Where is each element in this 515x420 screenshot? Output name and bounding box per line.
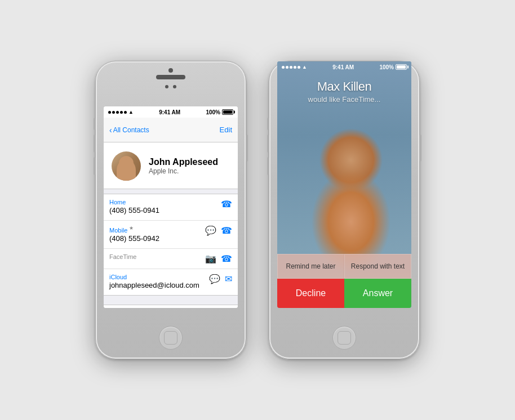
phone-icon-3[interactable]: ☎ xyxy=(221,254,232,263)
contact-info: John Appleseed Apple Inc. xyxy=(149,157,218,175)
dot-3 xyxy=(116,111,119,114)
back-button[interactable]: ‹ All Contacts xyxy=(109,126,149,135)
section-gap xyxy=(104,296,238,300)
dot-2 xyxy=(112,111,115,114)
home-button-inner xyxy=(164,331,177,345)
battery-percent: 100% xyxy=(206,109,220,115)
contact-name: John Appleseed xyxy=(149,157,218,167)
lock-status-time: 9:41 AM xyxy=(332,64,354,70)
status-right: 100% xyxy=(206,109,233,115)
caller-name: Max Killen xyxy=(283,79,406,94)
remind-later-button[interactable]: Remind me later xyxy=(277,254,344,279)
lock-signal-dots xyxy=(282,66,300,69)
lock-battery-icon xyxy=(396,64,407,70)
home-button-inner-2 xyxy=(338,331,351,345)
mute-button-2 xyxy=(267,118,269,130)
field-home-left: Home (408) 555-0941 xyxy=(109,199,221,216)
field-work: Work 1 Infinite LoopCupertino, Californi… xyxy=(104,305,238,308)
battery-icon xyxy=(222,109,233,115)
home-button[interactable] xyxy=(159,326,183,350)
contact-fields: Home (408) 555-0941 ☎ Mobile ★ (408) 555… xyxy=(104,194,238,296)
lock-dot-3 xyxy=(290,66,292,69)
contacts-nav-bar: ‹ All Contacts Edit xyxy=(104,118,238,142)
vol-up-button xyxy=(94,135,96,153)
mute-button xyxy=(94,118,96,130)
phone-icon-2[interactable]: ☎ xyxy=(221,226,232,235)
field-mobile-value[interactable]: (408) 555-0942 xyxy=(109,234,205,244)
left-buttons-2 xyxy=(267,118,269,175)
lock-dot-2 xyxy=(286,66,288,69)
back-label: All Contacts xyxy=(113,126,149,134)
lock-battery-percent: 100% xyxy=(379,64,394,70)
signal-dots xyxy=(108,111,127,114)
decline-button[interactable]: Decline xyxy=(277,279,344,308)
lock-wifi-icon: ▲ xyxy=(302,64,307,70)
left-buttons xyxy=(94,118,96,175)
lock-dot-5 xyxy=(298,66,300,69)
battery-fill xyxy=(223,110,232,114)
home-button-2[interactable] xyxy=(332,326,356,350)
field-icloud-value[interactable]: johnappleseed@icloud.com xyxy=(109,280,209,291)
field-home-value[interactable]: (408) 555-0941 xyxy=(109,205,221,216)
contact-content: John Appleseed Apple Inc. Home (408) 555… xyxy=(104,142,238,308)
camera-dot xyxy=(168,68,173,73)
sensor-2 xyxy=(173,85,176,88)
mail-icon[interactable]: ✉ xyxy=(225,275,232,284)
sensor-1 xyxy=(165,85,168,88)
field-facetime-left: FaceTime xyxy=(109,253,205,260)
iphone-facetime: ▲ 9:41 AM 100% Max Killen would like Fac… xyxy=(269,61,420,359)
call-top-row: Remind me later Respond with text xyxy=(277,254,411,279)
power-button xyxy=(246,135,248,162)
field-icloud-icons: 💬 ✉ xyxy=(209,274,232,284)
edit-button[interactable]: Edit xyxy=(220,126,232,134)
field-mobile-left: Mobile ★ (408) 555-0942 xyxy=(109,225,205,244)
right-buttons-2 xyxy=(419,135,421,162)
contact-header: John Appleseed Apple Inc. xyxy=(104,142,238,189)
back-arrow-icon: ‹ xyxy=(109,126,112,135)
vol-up-button-2 xyxy=(267,135,269,153)
favorite-star: ★ xyxy=(129,225,134,231)
lock-caller-info: Max Killen would like FaceTime... xyxy=(277,73,411,104)
status-left: ▲ xyxy=(108,109,134,115)
dot-4 xyxy=(120,111,123,114)
field-facetime: FaceTime 📷 ☎ xyxy=(104,249,238,269)
phone-icon[interactable]: ☎ xyxy=(221,200,232,209)
lock-screen: ▲ 9:41 AM 100% Max Killen would like Fac… xyxy=(277,61,411,308)
field-icloud-left: iCloud johnappleseed@icloud.com xyxy=(109,274,209,291)
field-facetime-label: FaceTime xyxy=(109,253,205,260)
field-icloud: iCloud johnappleseed@icloud.com 💬 ✉ xyxy=(104,269,238,295)
vol-down-button xyxy=(94,157,96,175)
vol-down-button-2 xyxy=(267,157,269,175)
message-icon[interactable]: 💬 xyxy=(205,226,216,235)
message-icon-2[interactable]: 💬 xyxy=(209,275,220,284)
iphone-contacts: ▲ 9:41 AM 100% ‹ All Contacts Edit xyxy=(95,61,246,359)
field-mobile-label: Mobile ★ xyxy=(109,225,205,234)
lock-dot-4 xyxy=(294,66,296,69)
contacts-screen: ▲ 9:41 AM 100% ‹ All Contacts Edit xyxy=(104,106,238,308)
field-icloud-label: iCloud xyxy=(109,274,209,280)
right-buttons xyxy=(246,135,248,162)
lock-status-right: 100% xyxy=(379,64,407,70)
lock-battery-fill xyxy=(397,65,406,69)
video-icon[interactable]: 📷 xyxy=(205,254,216,263)
call-bottom-row: Decline Answer xyxy=(277,279,411,308)
avatar-face xyxy=(117,159,136,181)
dot-1 xyxy=(108,111,111,114)
answer-button[interactable]: Answer xyxy=(344,279,411,308)
lock-screen-bg: ▲ 9:41 AM 100% Max Killen would like Fac… xyxy=(277,61,411,308)
wifi-icon: ▲ xyxy=(128,109,134,115)
lock-status-bar: ▲ 9:41 AM 100% xyxy=(277,61,411,73)
caller-action: would like FaceTime... xyxy=(283,95,406,104)
contact-company: Apple Inc. xyxy=(149,167,218,175)
status-time: 9:41 AM xyxy=(159,109,180,115)
respond-text-button[interactable]: Respond with text xyxy=(344,254,411,279)
lock-status-left: ▲ xyxy=(282,64,307,70)
field-mobile-icons: 💬 ☎ xyxy=(205,225,232,235)
field-mobile: Mobile ★ (408) 555-0942 💬 ☎ xyxy=(104,221,238,249)
lock-dot-1 xyxy=(282,66,285,69)
field-home-icons: ☎ xyxy=(221,199,232,209)
power-button-2 xyxy=(419,135,421,162)
contact-avatar xyxy=(112,151,141,181)
status-bar: ▲ 9:41 AM 100% xyxy=(104,106,238,118)
call-buttons: Remind me later Respond with text Declin… xyxy=(277,254,411,308)
